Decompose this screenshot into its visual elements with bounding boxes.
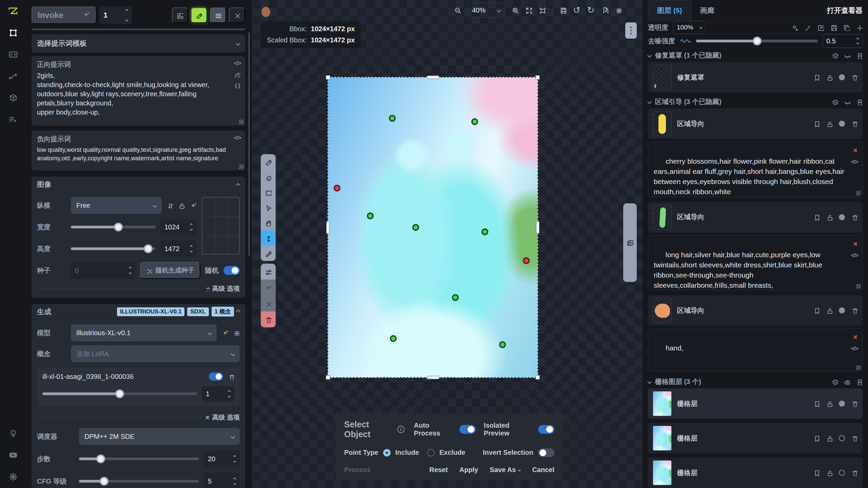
exclude-radio[interactable] [427,449,435,456]
advanced-options-toggle[interactable]: 高级 选项 [204,284,240,293]
video-tutorials-icon[interactable] [7,449,19,461]
resize-grip[interactable] [856,191,861,196]
sidebar-item-upscaling[interactable] [7,49,19,60]
isolated-preview-toggle[interactable] [538,425,554,434]
trash-icon[interactable] [851,400,858,407]
resize-grip[interactable] [239,120,244,124]
brush-tool-icon[interactable] [261,154,276,169]
left-panel-scrollbar[interactable] [248,32,250,256]
menu-button[interactable] [210,7,226,23]
advanced-options-collapse[interactable]: × 高级 选项 [205,413,240,422]
auto-process-toggle[interactable] [459,425,476,434]
eye-closed-icon[interactable] [844,52,850,59]
height-slider[interactable] [71,247,156,250]
support-icon[interactable] [7,428,19,439]
fit-layer-icon[interactable] [817,24,824,31]
include-point[interactable] [413,224,419,231]
resize-grip[interactable] [856,365,861,370]
regional-prompt-input[interactable]: cherry blossoms,hair flower,pink flower,… [648,142,863,197]
cfg-input[interactable]: 5 [204,473,240,488]
hand-tool-icon[interactable] [261,215,276,230]
unlock-icon[interactable] [826,435,833,442]
remove-prompt-icon[interactable]: × [853,332,857,342]
lora-weight-input[interactable]: 1 [202,386,234,402]
regional-prompt-input[interactable]: long hair,silver hair,blue hair,cute,pur… [648,235,863,291]
denoise-slider[interactable] [696,40,818,42]
rect-tool-icon[interactable] [261,185,276,200]
include-point[interactable] [482,229,488,235]
optimize-size-icon[interactable] [190,202,196,209]
positive-prompt-input[interactable]: 2girls, standing,check-to-check,light sm… [37,71,240,117]
bbox-selection[interactable] [328,77,538,378]
inpaint-layer-row[interactable]: 修复遮罩 [648,62,863,93]
bookmark-icon[interactable] [813,400,820,407]
bookmark-icon[interactable] [813,307,820,314]
redo-icon[interactable]: ↻ [587,7,595,14]
random-seed-toggle[interactable] [223,266,240,275]
unlock-icon[interactable] [826,307,833,314]
bbox-handle-e[interactable] [536,221,539,233]
seed-input[interactable]: 0 [71,262,135,279]
layer-enabled-icon[interactable] [839,307,845,313]
aspect-select[interactable]: Free [71,197,162,214]
braces-icon[interactable]: { } [235,82,240,89]
move-tool-icon[interactable] [261,200,276,215]
embedding-code-icon[interactable]: </> [851,157,858,167]
eye-closed-icon[interactable] [844,99,850,105]
unlock-icon[interactable] [826,74,833,81]
merge-layers-icon[interactable] [856,99,863,105]
reset-button[interactable]: Reset [429,466,448,474]
regional-layer-row[interactable]: 区域导向 [648,295,863,326]
invoke-button[interactable]: Invoke [32,6,97,24]
undo-icon[interactable]: ↺ [573,7,580,14]
sidebar-item-canvas[interactable] [7,27,19,39]
canvas-menu-kebab-button[interactable] [625,22,637,39]
draw-mode-button[interactable] [191,7,207,23]
include-point[interactable] [472,119,478,125]
random-seed-button[interactable]: 随机生成种子 [140,262,200,279]
fit-bbox-icon[interactable] [539,7,546,14]
queue-count-input[interactable]: 1 [99,6,132,24]
embedding-code-icon[interactable]: </> [234,135,241,141]
save-as-button[interactable]: Save As [490,466,520,474]
model-sparkle-icon[interactable] [221,329,228,336]
bookmark-icon[interactable] [813,214,820,221]
save-canvas-icon[interactable] [559,7,566,14]
trash-icon[interactable] [851,469,858,476]
lora-weight-slider[interactable] [42,392,197,395]
include-point[interactable] [499,342,506,348]
add-lora-select[interactable]: 添加 LoRA [71,345,240,362]
zoom-out-icon[interactable] [454,7,461,14]
collapse-icon[interactable] [236,309,240,314]
eraser-tool-icon[interactable] [261,169,276,185]
sidebar-item-workflows[interactable] [7,70,19,82]
zoom-level-select[interactable]: 40% [468,3,505,18]
gallery-panel-handle[interactable] [623,203,637,282]
resize-grip[interactable] [239,164,244,169]
merge-layers-icon[interactable] [856,379,863,385]
tab-gallery[interactable]: 画廊 [691,0,723,21]
invert-selection-toggle[interactable] [538,448,554,457]
bookmark-icon[interactable] [813,435,820,442]
resize-grip[interactable] [856,284,861,289]
exclude-point[interactable] [523,258,530,264]
canvas-stage[interactable]: 40% ↺ ↻ Bbox: 1024×1472 px Scaled Bbox: … [252,0,643,488]
process-button[interactable]: Process [344,466,371,474]
delete-layer-trash-icon[interactable] [261,311,276,327]
duplicate-layer-icon[interactable] [843,24,850,31]
layers-icon[interactable] [831,379,838,385]
steps-input[interactable]: 20 [204,450,240,467]
bbox-tool-icon[interactable] [261,230,276,246]
trash-icon[interactable] [851,307,858,314]
regional-layer-row[interactable]: 区域导向 [648,108,863,139]
layer-enabled-icon[interactable] [839,74,845,80]
negative-prompt-input[interactable]: low quality,worst quality,normal quality… [37,146,240,163]
include-point[interactable] [367,213,374,219]
regional-layer-row[interactable]: 区域导向 [648,202,863,232]
blend-shapes-icon[interactable] [791,24,798,31]
layer-enabled-icon[interactable] [839,214,845,220]
lora-enabled-toggle[interactable] [209,372,223,381]
filter-wand-icon[interactable] [804,24,811,31]
layer-disabled-icon[interactable] [839,435,845,441]
cfg-slider[interactable] [79,480,199,483]
